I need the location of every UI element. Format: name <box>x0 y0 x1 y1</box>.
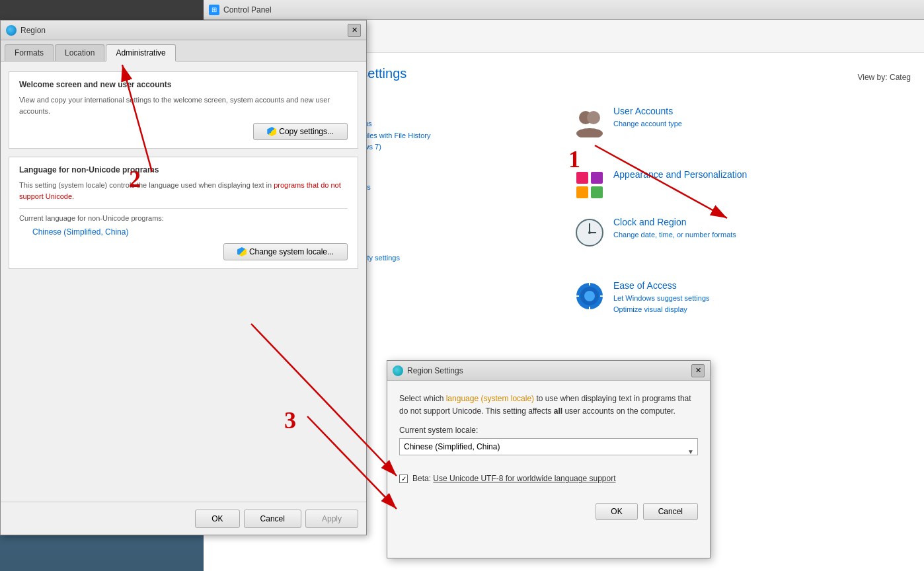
cat-user-title[interactable]: User Accounts <box>613 106 894 116</box>
cat-ease[interactable]: Ease of Access Let Windows suggest setti… <box>564 272 904 324</box>
clock-icon <box>574 217 605 248</box>
unicode-section: Language for non-Unicode programs This s… <box>9 157 358 269</box>
rs-title-text: Region Settings <box>407 366 463 375</box>
rs-locale-select-wrapper: Chinese (Simplified, China) ▼ <box>399 438 698 465</box>
cat-ease-link-0[interactable]: Let Windows suggest settings <box>613 293 894 305</box>
rs-close-button[interactable]: ✕ <box>691 364 705 377</box>
rs-beta-label: Beta: Use Unicode UTF-8 for worldwide la… <box>412 474 616 483</box>
unicode-desc: This setting (system locale) controls th… <box>19 180 348 202</box>
region-title: Region <box>20 26 46 35</box>
copy-settings-button[interactable]: Copy settings... <box>253 123 348 140</box>
rs-titlebar: Region Settings ✕ <box>387 361 710 381</box>
cat-user-accounts[interactable]: User Accounts Change account type <box>564 98 904 161</box>
rs-title-left: Region Settings <box>393 365 463 376</box>
control-panel-titlebar: ⊞ Control Panel <box>204 0 924 20</box>
rs-beta-checkbox[interactable]: ✓ <box>399 475 408 483</box>
svg-rect-13 <box>591 186 603 198</box>
current-locale-label: Current language for non-Unicode program… <box>19 214 348 222</box>
cat-clock-title[interactable]: Clock and Region <box>613 217 894 227</box>
region-titlebar-left: Region <box>6 25 46 36</box>
cat-ease-link-1[interactable]: Optimize visual display <box>613 304 894 316</box>
control-panel-title: Control Panel <box>223 5 272 15</box>
rs-body: Select which language (system locale) to… <box>387 381 710 503</box>
rs-description: Select which language (system locale) to… <box>399 393 698 418</box>
tab-administrative[interactable]: Administrative <box>106 44 175 61</box>
svg-point-4 <box>587 111 600 124</box>
region-cancel-button[interactable]: Cancel <box>244 510 301 528</box>
taskbar <box>0 0 204 20</box>
user-accounts-icon <box>574 106 605 137</box>
svg-point-27 <box>584 291 595 301</box>
rs-locale-select[interactable]: Chinese (Simplified, China) <box>399 438 698 455</box>
region-body: Welcome screen and new user accounts Vie… <box>1 61 366 287</box>
cat-user-text: User Accounts Change account type <box>613 106 894 130</box>
cat-clock-text: Clock and Region Change date, time, or n… <box>613 217 894 241</box>
cat-appearance-text: Appearance and Personalization <box>613 169 894 182</box>
welcome-btn-row: Copy settings... <box>19 123 348 140</box>
view-by: View by: Categ <box>857 73 911 82</box>
welcome-title: Welcome screen and new user accounts <box>19 80 348 89</box>
appearance-icon <box>574 169 605 201</box>
cat-clock[interactable]: Clock and Region Change date, time, or n… <box>564 209 904 272</box>
region-titlebar: Region ✕ <box>1 20 366 40</box>
region-ok-button[interactable]: OK <box>195 510 239 528</box>
unicode-title: Language for non-Unicode programs <box>19 165 348 174</box>
welcome-desc: View and copy your international setting… <box>19 95 348 116</box>
region-globe-icon <box>6 25 17 36</box>
current-locale-value: Chinese (Simplified, China) <box>32 227 348 237</box>
ease-icon <box>574 280 605 312</box>
region-apply-button[interactable]: Apply <box>305 510 358 528</box>
copy-shield-icon <box>267 127 276 136</box>
rs-locale-label: Current system locale: <box>399 426 698 435</box>
cat-appearance[interactable]: Appearance and Personalization <box>564 161 904 209</box>
svg-point-5 <box>576 128 603 137</box>
svg-rect-12 <box>576 186 588 198</box>
locale-shield-icon <box>237 247 247 256</box>
cat-ease-text: Ease of Access Let Windows suggest setti… <box>613 280 894 316</box>
change-locale-btn-row: Change system locale... <box>19 243 348 260</box>
cat-clock-link-0[interactable]: Change date, time, or number formats <box>613 229 894 241</box>
rs-globe-icon <box>393 365 403 376</box>
change-system-locale-button[interactable]: Change system locale... <box>223 243 348 260</box>
region-footer: OK Cancel Apply <box>1 502 366 535</box>
rs-cancel-button[interactable]: Cancel <box>643 503 698 520</box>
control-panel-icon: ⊞ <box>209 5 219 15</box>
tab-formats[interactable]: Formats <box>5 44 54 61</box>
welcome-section: Welcome screen and new user accounts Vie… <box>9 71 358 149</box>
region-close-button[interactable]: ✕ <box>348 24 361 37</box>
region-dialog: Region ✕ Formats Location Administrative… <box>0 20 367 535</box>
cat-appearance-title[interactable]: Appearance and Personalization <box>613 169 894 180</box>
rs-footer: OK Cancel <box>387 503 710 528</box>
rs-beta-row: ✓ Beta: Use Unicode UTF-8 for worldwide … <box>399 474 698 483</box>
svg-rect-10 <box>576 172 588 184</box>
rs-ok-button[interactable]: OK <box>596 503 637 520</box>
cat-user-link-0[interactable]: Change account type <box>613 118 894 130</box>
svg-point-21 <box>588 231 591 234</box>
tab-location[interactable]: Location <box>55 44 104 61</box>
region-tabs: Formats Location Administrative <box>1 40 366 61</box>
svg-rect-11 <box>591 172 603 184</box>
cat-ease-title[interactable]: Ease of Access <box>613 280 894 291</box>
region-settings-dialog: Region Settings ✕ Select which language … <box>387 360 711 558</box>
